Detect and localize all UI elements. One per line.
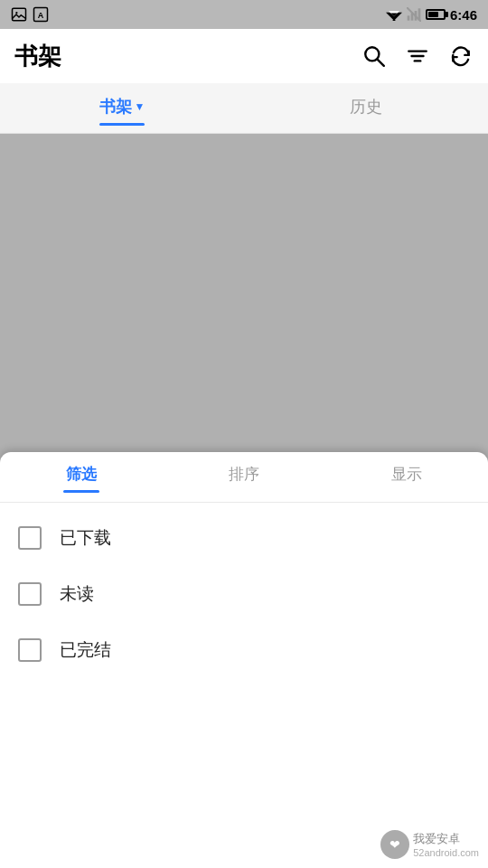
battery-icon: [426, 9, 446, 20]
status-time: 6:46: [450, 7, 477, 23]
tab-history-label: 历史: [350, 96, 382, 118]
watermark-icon: ❤: [380, 830, 409, 859]
filter-item-unread-label: 未读: [60, 582, 94, 606]
checkbox-unread[interactable]: [18, 582, 42, 606]
filter-item-completed[interactable]: 已完结: [0, 622, 488, 678]
status-bar-left: A: [11, 6, 380, 23]
tab-bookshelf[interactable]: 书架 ▼: [0, 83, 244, 133]
watermark-main-text: 我爱安卓: [413, 831, 479, 847]
svg-text:A: A: [38, 11, 44, 20]
sheet-tab-filter-label: 筛选: [66, 464, 97, 485]
tab-history[interactable]: 历史: [244, 83, 488, 133]
status-bar-right: 6:46: [386, 7, 477, 23]
sheet-tab-filter[interactable]: 筛选: [0, 452, 163, 502]
text-icon: A: [33, 6, 49, 23]
sheet-tab-display-label: 显示: [391, 464, 422, 485]
svg-point-1: [15, 12, 17, 14]
bottom-sheet: 筛选 排序 显示 已下载 未读 已完结 ❤ 我爱安卓 52and: [0, 452, 488, 868]
app-title: 书架: [14, 41, 61, 72]
sheet-tab-sort-label: 排序: [229, 464, 259, 485]
main-tab-bar: 书架 ▼ 历史: [0, 83, 488, 134]
filter-list: 已下载 未读 已完结: [0, 503, 488, 685]
checkbox-downloaded[interactable]: [18, 526, 42, 550]
svg-rect-0: [13, 8, 26, 21]
search-icon: [362, 44, 386, 68]
sheet-tab-display[interactable]: 显示: [325, 452, 488, 502]
filter-item-downloaded-label: 已下载: [60, 526, 111, 550]
app-bar-icons: [361, 43, 474, 69]
app-bar: 书架: [0, 29, 488, 83]
search-button[interactable]: [361, 43, 387, 69]
filter-sort-icon: [406, 44, 429, 68]
content-area: [0, 134, 488, 450]
sheet-tab-filter-indicator: [63, 490, 99, 493]
refresh-button[interactable]: [448, 43, 474, 69]
photo-icon: [11, 6, 27, 23]
tab-bookshelf-chevron: ▼: [135, 100, 145, 113]
watermark: ❤ 我爱安卓 52android.com: [380, 830, 479, 859]
filter-item-unread[interactable]: 未读: [0, 566, 488, 622]
tab-bookshelf-label: 书架: [99, 96, 132, 118]
checkbox-completed[interactable]: [18, 638, 42, 662]
filter-item-completed-label: 已完结: [60, 638, 111, 662]
filter-item-downloaded[interactable]: 已下载: [0, 510, 488, 566]
filter-sort-button[interactable]: [405, 43, 430, 69]
sheet-tab-sort[interactable]: 排序: [163, 452, 325, 502]
status-bar: A 6:46: [0, 0, 488, 29]
refresh-icon: [449, 44, 473, 68]
signal-icon: [407, 7, 421, 22]
sheet-tabs: 筛选 排序 显示: [0, 452, 488, 503]
watermark-text-block: 我爱安卓 52android.com: [413, 831, 479, 858]
svg-line-14: [378, 60, 384, 66]
svg-rect-8: [408, 15, 410, 20]
tab-bookshelf-indicator: [99, 123, 145, 126]
watermark-sub-text: 52android.com: [413, 847, 479, 858]
wifi-icon: [386, 8, 402, 21]
